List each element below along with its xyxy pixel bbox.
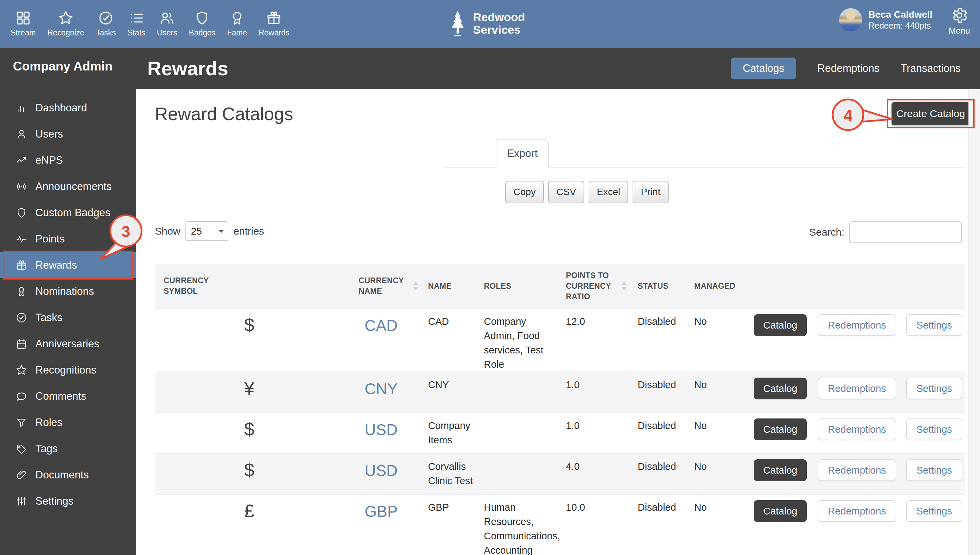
export-csv-button[interactable]: CSV [548,181,584,203]
sidebar-item-tags[interactable]: Tags [0,435,136,462]
cell-actions: Catalog [745,309,812,372]
nav-item-users[interactable]: Users [151,10,183,37]
export-print-button[interactable]: Print [633,181,669,203]
catalog-button[interactable]: Catalog [754,314,807,336]
redemptions-button[interactable]: Redemptions [818,314,896,336]
cell-actions: Catalog [745,372,812,412]
export-copy-button[interactable]: Copy [505,181,544,203]
settings-button[interactable]: Settings [906,459,962,481]
sidebar-item-label: Announcements [35,180,112,193]
cell-actions: Catalog [745,454,812,494]
settings-button[interactable]: Settings [906,314,962,336]
settings-button[interactable]: Settings [906,500,962,522]
list-icon [129,10,144,26]
nav-item-tasks[interactable]: Tasks [90,10,122,37]
sidebar: Company Admin DashboardUserseNPSAnnounce… [0,48,136,555]
avatar[interactable] [839,8,862,31]
profile-menu[interactable]: Beca Caldwell Redeem: 440pts [839,8,932,31]
redemptions-button[interactable]: Redemptions [818,500,896,522]
column-header-managed: MANAGED [691,264,745,308]
calendar-icon [16,338,27,350]
catalog-button[interactable]: Catalog [754,459,807,481]
currency-name-link[interactable]: USD [344,413,419,453]
medal-icon [229,10,245,26]
redemptions-button[interactable]: Redemptions [818,419,896,440]
redemptions-button[interactable]: Redemptions [818,378,896,399]
nav-item-label: Stream [11,28,36,37]
nav-item-recognize[interactable]: Recognize [42,10,90,37]
tab-catalogs[interactable]: Catalogs [731,58,796,79]
scrollbar-track[interactable] [969,89,980,555]
currency-name-link[interactable]: CAD [344,309,419,372]
column-header-points-to-currency-ratio[interactable]: POINTS TO CURRENCY RATIO [558,264,633,308]
currency-name-link[interactable]: GBP [344,495,419,555]
sidebar-item-label: Nominations [35,286,94,298]
sidebar-item-settings[interactable]: Settings [0,488,136,514]
nav-item-label: Recognize [47,28,85,37]
column-header-actions-7 [745,264,812,308]
column-header-currency-name[interactable]: CURRENCY NAME [344,264,419,308]
cell-roles: Human Resources, Communications, Account… [473,495,558,555]
sidebar-item-points[interactable]: Points [0,226,136,252]
tab-export[interactable]: Export [496,139,549,167]
currency-name-link[interactable]: CNY [344,372,419,412]
settings-button[interactable]: Settings [906,419,962,440]
settings-button[interactable]: Settings [906,378,962,399]
award-icon [16,286,27,297]
sidebar-item-label: Points [35,233,65,245]
sidebar-item-recognitions[interactable]: Recognitions [0,357,136,383]
catalog-button[interactable]: Catalog [754,378,807,399]
cell-points-ratio: 1.0 [558,413,633,453]
export-excel-button[interactable]: Excel [589,181,628,203]
currency-name-link[interactable]: USD [344,454,419,494]
search-input[interactable] [849,221,962,243]
sidebar-item-announcements[interactable]: Announcements [0,173,136,199]
cell-status: Disabled [633,454,691,494]
search-label: Search: [809,226,844,238]
cell-managed: No [691,413,745,453]
menu-button[interactable]: Menu [949,6,970,36]
redeem-points: Redeem: 440pts [868,21,932,30]
sidebar-item-rewards[interactable]: Rewards [0,252,136,278]
nav-item-stream[interactable]: Stream [5,10,42,37]
nav-item-rewards[interactable]: Rewards [253,10,295,37]
sidebar-item-dashboard[interactable]: Dashboard [0,95,136,121]
redemptions-button[interactable]: Redemptions [818,459,896,481]
table-row: $USDCompany Items1.0DisabledNoCatalogRed… [155,412,965,453]
cell-currency-symbol: $ [155,413,344,453]
message-circle-icon [16,391,27,402]
sidebar-item-tasks[interactable]: Tasks [0,305,136,330]
cell-name: CAD [419,309,473,372]
sidebar-item-label: Comments [35,390,86,403]
nav-item-fame[interactable]: Fame [221,10,253,37]
sidebar-item-enps[interactable]: eNPS [0,147,136,173]
sidebar-item-nominations[interactable]: Nominations [0,278,136,305]
nav-item-stats[interactable]: Stats [122,10,151,37]
catalog-button[interactable]: Catalog [754,500,807,522]
show-label: Show [155,225,181,237]
cell-managed: No [691,495,745,555]
sort-icons [412,282,419,290]
entries-select[interactable]: 25 [185,221,228,241]
sidebar-item-anniversaries[interactable]: Anniversaries [0,330,136,357]
sidebar-item-comments[interactable]: Comments [0,383,136,409]
sidebar-item-users[interactable]: Users [0,121,136,147]
tag-icon [16,443,27,454]
cell-currency-symbol: £ [155,495,344,555]
shield-icon [16,207,27,218]
tab-redemptions[interactable]: Redemptions [817,58,879,79]
tab-transactions[interactable]: Transactions [901,58,961,79]
create-catalog-button[interactable]: Create Catalog [892,102,970,125]
sidebar-item-custom-badges[interactable]: Custom Badges [0,199,136,226]
cell-actions: Settings [898,454,965,494]
catalog-button[interactable]: Catalog [754,419,807,440]
sidebar-item-roles[interactable]: Roles [0,409,136,435]
sidebar-item-documents[interactable]: Documents [0,462,136,488]
cell-managed: No [691,454,745,494]
column-header-actions-9 [898,264,965,308]
sidebar-item-label: Dashboard [35,102,87,114]
broadcast-icon [16,181,27,192]
cell-actions: Settings [898,413,965,453]
sidebar-items: DashboardUserseNPSAnnouncementsCustom Ba… [0,95,136,514]
nav-item-badges[interactable]: Badges [183,10,221,37]
